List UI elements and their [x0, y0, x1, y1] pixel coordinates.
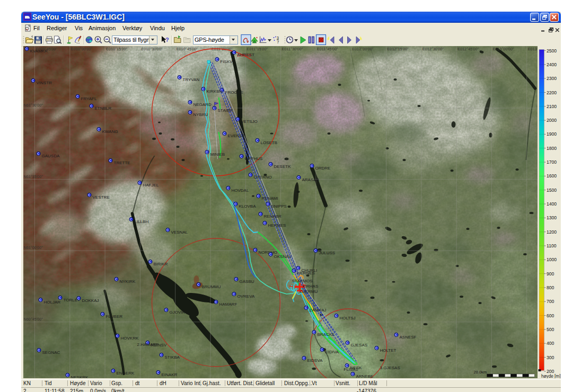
svg-text:200: 200 — [547, 369, 554, 374]
svg-text:OPPHUS: OPPHUS — [244, 156, 262, 161]
svg-text:KVAMKR: KVAMKR — [30, 49, 47, 54]
svg-text:HOLTSJ: HOLTSJ — [339, 316, 355, 320]
svg-text:E012°45'00": E012°45'00" — [457, 47, 479, 51]
svg-text:DOKKAJ: DOKKAJ — [82, 298, 99, 303]
svg-text:JULUSS: JULUSS — [319, 251, 335, 255]
svg-text:E013°15'00": E013°15'00" — [527, 47, 538, 51]
svg-text:HOLJAR: HOLJAR — [43, 300, 60, 305]
svg-text:BIRIKR: BIRIKR — [153, 262, 168, 266]
svg-text:HOVKRK: HOVKRK — [120, 336, 138, 341]
svg-text:NYKIRK: NYKIRK — [119, 279, 135, 284]
svg-text:FISKVI: FISKVI — [220, 59, 233, 64]
svg-text:KIRHAS: KIRHAS — [302, 284, 318, 289]
svg-text:HEKMES: HEKMES — [268, 223, 286, 228]
svg-text:3.GJESAS: 3.GJESAS — [380, 366, 400, 370]
svg-text:HOLTET: HOLTET — [380, 348, 396, 353]
svg-text:CHURLI: CHURLI — [301, 268, 317, 273]
svg-text:ARASAB: ARASAB — [302, 177, 319, 182]
svg-text:1900: 1900 — [547, 131, 557, 137]
svg-text:E010°00'00": E010°00'00" — [71, 47, 92, 51]
svg-text:LOSETB: LOSETB — [260, 140, 277, 145]
svg-text:ZAMRAJ: ZAMRAJ — [309, 308, 326, 313]
svg-text:ORDRE: ORDRE — [315, 166, 330, 171]
svg-text:høyde [m]: høyde [m] — [541, 374, 560, 379]
svg-text:ENGERK: ENGERK — [116, 371, 134, 376]
svg-text:RENABR: RENABR — [263, 214, 281, 219]
svg-text:EVENST: EVENST — [227, 133, 244, 138]
svg-text:VESTRE: VESTRE — [92, 195, 109, 200]
svg-text:300: 300 — [547, 355, 554, 360]
svg-text:E012°15'00": E012°15'00" — [387, 47, 409, 51]
svg-text:1700: 1700 — [547, 159, 557, 165]
svg-text:N60°45'00": N60°45'00" — [23, 317, 43, 322]
svg-text:1300: 1300 — [547, 215, 557, 220]
svg-text:OTERNO: OTERNO — [253, 175, 271, 180]
svg-text:?: ? — [165, 37, 169, 43]
svg-text:EINAKR: EINAKR — [161, 372, 177, 377]
svg-text:VETSJO: VETSJO — [241, 119, 257, 124]
svg-text:DESETK: DESETK — [274, 164, 291, 169]
svg-text:E010°30'00": E010°30'00" — [141, 47, 163, 51]
svg-text:SEGNAC: SEGNAC — [42, 350, 60, 355]
svg-text:E012°30'00": E012°30'00" — [422, 47, 444, 51]
svg-text:EIDSVA: EIDSVA — [307, 358, 322, 363]
svg-text:ARNEBE: ARNEBE — [356, 374, 373, 378]
svg-text:GJESAS: GJESAS — [350, 343, 367, 348]
svg-text:800: 800 — [547, 285, 554, 290]
svg-text:3: 3 — [277, 36, 279, 40]
svg-text:E011°15'00": E011°15'00" — [247, 47, 268, 51]
svg-text:FLISA1: FLISA1 — [344, 367, 358, 372]
svg-text:OVREVA: OVREVA — [237, 294, 254, 299]
svg-text:HAMARF: HAMARF — [219, 302, 237, 307]
svg-text:VINSTR: VINSTR — [36, 81, 52, 85]
svg-text:2500: 2500 — [547, 48, 557, 54]
svg-text:BRUMMU: BRUMMU — [201, 284, 221, 289]
svg-text:VESNAL: VESNAL — [171, 230, 188, 235]
svg-text:KWANG: KWANG — [102, 129, 118, 134]
svg-text:1600: 1600 — [547, 173, 557, 179]
svg-text:RENAMI: RENAMI — [261, 196, 278, 201]
svg-text:OKSNAV: OKSNAV — [274, 254, 291, 259]
svg-text:SNIPPS: SNIPPS — [271, 204, 286, 209]
svg-text:E010°45'00": E010°45'00" — [176, 47, 198, 51]
svg-text:1100: 1100 — [547, 243, 557, 248]
svg-text:1500: 1500 — [547, 188, 557, 193]
svg-text:E011°30'00": E011°30'00" — [281, 47, 303, 51]
svg-text:1000: 1000 — [547, 257, 557, 262]
svg-text:20.0km: 20.0km — [473, 370, 487, 375]
svg-text:EIDIVA: EIDIVA — [325, 350, 339, 354]
svg-text:LILLBH: LILLBH — [134, 219, 148, 224]
svg-text:FROGNE: FROGNE — [225, 90, 243, 95]
svg-text:1800: 1800 — [547, 146, 557, 151]
svg-text:GAUSDA: GAUSDA — [41, 154, 59, 158]
svg-text:GJOVIK: GJOVIK — [169, 310, 185, 315]
svg-text:MINIEB: MINIEB — [210, 152, 225, 157]
svg-text:TRETTE: TRETTE — [113, 161, 130, 165]
svg-text:FRYAFL: FRYAFL — [81, 96, 96, 101]
svg-text:STIKBA: STIKBA — [164, 355, 180, 360]
svg-text:2000: 2000 — [547, 118, 557, 123]
svg-text:2.HAMARF: 2.HAMARF — [137, 342, 159, 347]
svg-text:N61°30'00": N61°30'00" — [23, 103, 43, 108]
svg-text:NYBRU: NYBRU — [193, 112, 208, 117]
svg-text:500: 500 — [547, 327, 554, 332]
svg-text:E013°00'00": E013°00'00" — [492, 47, 514, 51]
svg-text:ETNBLR: ETNBLR — [94, 106, 111, 111]
svg-text:BRACKE: BRACKE — [317, 332, 334, 337]
svg-text:KLOVBA: KLOVBA — [239, 204, 256, 209]
svg-text:2100: 2100 — [547, 104, 557, 109]
svg-text:STAIBR: STAIBR — [217, 108, 233, 113]
svg-text:NEGARD: NEGARD — [193, 102, 211, 107]
svg-text:GASBU: GASBU — [239, 279, 254, 284]
svg-text:AHREST: AHREST — [237, 52, 254, 57]
svg-text:HOVDAL: HOVDAL — [231, 188, 249, 193]
svg-text:600: 600 — [547, 313, 554, 318]
svg-text:2400: 2400 — [547, 62, 557, 67]
svg-text:TRYVAN: TRYVAN — [182, 77, 199, 82]
svg-text:700: 700 — [547, 299, 554, 304]
svg-text:900: 900 — [547, 271, 554, 277]
svg-text:N61°00'00": N61°00'00" — [23, 245, 43, 250]
svg-text:KIRKBN: KIRKBN — [206, 89, 222, 94]
svg-text:1200: 1200 — [547, 229, 557, 235]
svg-text:E011°45'00": E011°45'00" — [316, 47, 338, 51]
